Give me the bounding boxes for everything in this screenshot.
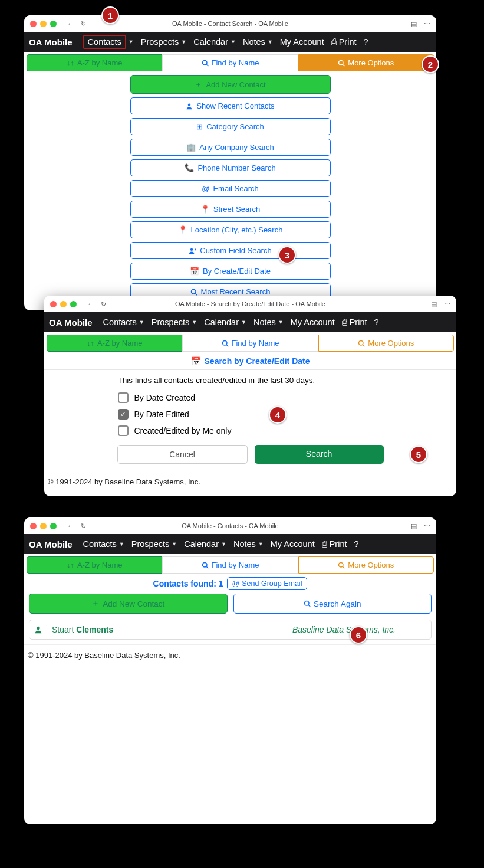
- search-plus-icon: [338, 60, 345, 67]
- reload-icon[interactable]: ↻: [81, 522, 86, 530]
- sort-icon: ↓↑: [67, 561, 74, 569]
- footer: © 1991-2024 by Baseline Data Systems, In…: [44, 471, 456, 492]
- menu-prospects[interactable]: Prospects▼: [128, 534, 180, 554]
- menu-help[interactable]: ?: [371, 312, 383, 332]
- checkbox-edited[interactable]: ✓By Date Edited: [115, 406, 386, 422]
- close-dot[interactable]: [30, 21, 37, 27]
- right-icons: ▤ ⋯: [411, 20, 430, 28]
- chevron-down-icon: ▼: [231, 39, 236, 45]
- menu-contacts[interactable]: Contacts▼: [100, 312, 148, 332]
- menu-contacts[interactable]: Contacts▼: [80, 32, 137, 52]
- close-dot[interactable]: [30, 523, 37, 529]
- more-options-list: ＋Add New Contact Show Recent Contacts ⊞C…: [130, 75, 331, 300]
- brand[interactable]: OA Mobile: [49, 317, 93, 327]
- callout-6: 6: [350, 626, 367, 644]
- reload-icon[interactable]: ↻: [81, 20, 86, 28]
- menu-myaccount[interactable]: My Account: [267, 534, 318, 554]
- chevron-down-icon: ▼: [258, 541, 264, 547]
- extension-icon[interactable]: ▤: [411, 20, 417, 28]
- menu-myaccount[interactable]: My Account: [287, 312, 338, 332]
- svg-line-9: [226, 345, 228, 346]
- contact-row[interactable]: Stuart Clements Baseline Data Systems, I…: [29, 620, 432, 640]
- callout-4: 4: [269, 406, 287, 424]
- tab-more[interactable]: More Options: [298, 54, 434, 71]
- option-category[interactable]: ⊞Category Search: [130, 118, 331, 135]
- menu-notes[interactable]: Notes▼: [250, 312, 287, 332]
- menu-print[interactable]: ⎙Print: [328, 32, 360, 52]
- sort-icon: ↓↑: [67, 58, 74, 67]
- option-email[interactable]: @Email Search: [130, 180, 331, 197]
- minimize-dot[interactable]: [40, 523, 47, 529]
- tab-az[interactable]: ↓↑A-Z by Name: [47, 335, 182, 352]
- option-add-contact[interactable]: ＋Add New Contact: [130, 75, 331, 94]
- extension-icon[interactable]: ▤: [411, 522, 417, 530]
- reload-icon[interactable]: ↻: [101, 300, 106, 308]
- menu-help[interactable]: ?: [360, 32, 372, 52]
- zoom-dot[interactable]: [50, 523, 57, 529]
- results-count-label: Contacts found: 1: [153, 579, 223, 588]
- tab-az[interactable]: ↓↑A-Z by Name: [27, 556, 162, 574]
- tab-find[interactable]: Find by Name: [182, 335, 318, 352]
- menu-calendar[interactable]: Calendar▼: [180, 534, 230, 554]
- menu-calendar[interactable]: Calendar▼: [190, 32, 239, 52]
- back-icon[interactable]: ←: [87, 300, 94, 308]
- option-by-date[interactable]: 📅By Create/Edit Date: [130, 263, 331, 280]
- section-title: 📅Search by Create/Edit Date: [44, 352, 456, 369]
- search-plus-icon: [338, 562, 345, 569]
- tab-az[interactable]: ↓↑A-Z by Name: [27, 54, 162, 71]
- brand[interactable]: OA Mobile: [29, 539, 73, 549]
- nav-icons: ← ↻: [87, 300, 106, 308]
- chevron-down-icon: ▼: [129, 39, 134, 45]
- tab-more[interactable]: More Options: [298, 556, 434, 574]
- menu-contacts[interactable]: Contacts▼: [80, 534, 128, 554]
- zoom-dot[interactable]: [70, 301, 77, 307]
- tab-more[interactable]: More Options: [318, 335, 454, 352]
- zoom-dot[interactable]: [50, 21, 57, 27]
- tab-find[interactable]: Find by Name: [162, 54, 298, 71]
- traffic-lights: [30, 21, 57, 27]
- option-custom[interactable]: Custom Field Search: [130, 242, 331, 259]
- overflow-icon[interactable]: ⋯: [424, 522, 430, 530]
- callout-1: 1: [101, 6, 119, 24]
- divider: [44, 369, 456, 370]
- option-recent[interactable]: Show Recent Contacts: [130, 97, 331, 114]
- person-icon: [29, 620, 47, 639]
- back-icon[interactable]: ←: [67, 20, 74, 28]
- callout-3: 3: [278, 246, 296, 264]
- close-dot[interactable]: [50, 301, 57, 307]
- traffic-lights: [30, 523, 57, 529]
- search-icon: [190, 289, 197, 296]
- phone-icon: 📞: [185, 163, 194, 172]
- menu-notes[interactable]: Notes▼: [239, 32, 276, 52]
- overflow-icon[interactable]: ⋯: [424, 20, 430, 28]
- checkbox-created[interactable]: By Date Created: [115, 389, 386, 406]
- send-group-email-button[interactable]: @Send Group Email: [227, 577, 308, 590]
- cancel-button[interactable]: Cancel: [117, 445, 248, 464]
- brand[interactable]: OA Mobile: [29, 37, 73, 47]
- option-street[interactable]: 📍Street Search: [130, 201, 331, 218]
- chevron-down-icon: ▼: [119, 541, 124, 547]
- menu-myaccount[interactable]: My Account: [276, 32, 328, 52]
- minimize-dot[interactable]: [60, 301, 67, 307]
- overflow-icon[interactable]: ⋯: [444, 300, 450, 308]
- search-button[interactable]: Search: [255, 445, 384, 464]
- option-company[interactable]: 🏢Any Company Search: [130, 139, 331, 156]
- menu-print[interactable]: ⎙Print: [338, 312, 371, 332]
- menu-print[interactable]: ⎙Print: [318, 534, 351, 554]
- checkbox-meonly[interactable]: Created/Edited by Me only: [115, 422, 386, 439]
- search-again-button[interactable]: Search Again: [233, 594, 432, 614]
- menu-notes[interactable]: Notes▼: [230, 534, 267, 554]
- option-phone[interactable]: 📞Phone Number Search: [130, 159, 331, 176]
- tab-find[interactable]: Find by Name: [162, 556, 298, 574]
- menu-prospects[interactable]: Prospects▼: [137, 32, 190, 52]
- add-contact-button[interactable]: ＋Add New Contact: [29, 594, 228, 614]
- search-icon: [222, 340, 229, 347]
- menu-help[interactable]: ?: [351, 534, 363, 554]
- option-location[interactable]: 📍Location (City, etc.) Search: [130, 221, 331, 238]
- menu-calendar[interactable]: Calendar▼: [200, 312, 250, 332]
- back-icon[interactable]: ←: [67, 522, 74, 530]
- menu-prospects[interactable]: Prospects▼: [148, 312, 200, 332]
- extension-icon[interactable]: ▤: [431, 300, 437, 308]
- titlebar: ← ↻ OA Mobile - Search by Create/Edit Da…: [44, 296, 456, 312]
- minimize-dot[interactable]: [40, 21, 47, 27]
